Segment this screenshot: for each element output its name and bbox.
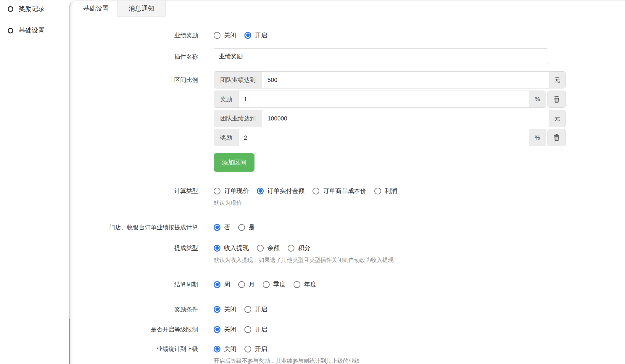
radio-option[interactable]: 开启 bbox=[244, 345, 267, 353]
circle-icon bbox=[8, 6, 13, 12]
radio-checked-icon[interactable] bbox=[214, 306, 220, 313]
interval-reward-input[interactable] bbox=[239, 91, 529, 107]
interval-prefix-label: 奖励 bbox=[214, 91, 239, 107]
radio-checked-icon[interactable] bbox=[214, 326, 220, 333]
interval-prefix-label: 团队业绩达到 bbox=[214, 110, 262, 127]
radio-checked-icon[interactable] bbox=[244, 32, 251, 39]
radio-option[interactable]: 季度 bbox=[263, 280, 286, 289]
radio-option[interactable]: 是 bbox=[238, 223, 255, 231]
field-label: 奖励条件 bbox=[70, 305, 198, 314]
radio-option[interactable]: 订单实付金额 bbox=[257, 187, 305, 195]
tab-message-notice[interactable]: 消息通知 bbox=[117, 1, 166, 17]
performance-reward-radio-group: 关闭开启 bbox=[214, 31, 267, 40]
radio-option-label: 关闭 bbox=[224, 31, 236, 39]
radio-option-label: 否 bbox=[224, 223, 230, 231]
helper-text: 默认为收入提现，如果选了其他类型且类型插件关闭则自动改为收入提现 bbox=[214, 257, 394, 264]
radio-unchecked-icon[interactable] bbox=[294, 281, 300, 288]
interval-threshold-input[interactable] bbox=[262, 110, 549, 127]
radio-option-label: 开启 bbox=[255, 345, 267, 353]
interval-reward-input[interactable] bbox=[239, 129, 529, 146]
add-interval-button[interactable]: 添加区间 bbox=[214, 153, 254, 172]
radio-unchecked-icon[interactable] bbox=[244, 326, 251, 333]
radio-checked-icon[interactable] bbox=[214, 281, 220, 288]
row-performance-reward: 业绩奖励 关闭开启 bbox=[70, 31, 625, 40]
radio-option-label: 订单现价 bbox=[224, 187, 249, 195]
delete-interval-button[interactable] bbox=[547, 91, 566, 108]
main-panel: 基础设置 消息通知 业绩奖励 关闭开启 插件名称 bbox=[69, 0, 625, 364]
interval-row: 团队业绩达到 元 bbox=[214, 110, 566, 127]
radio-unchecked-icon[interactable] bbox=[238, 224, 245, 231]
radio-option[interactable]: 开启 bbox=[244, 31, 267, 39]
radio-option-label: 周 bbox=[224, 280, 230, 289]
sidebar-item-basic-settings[interactable]: 基础设置 bbox=[0, 24, 69, 37]
calc-type-radio-group: 订单现价订单实付金额订单商品成本价利润 bbox=[214, 186, 397, 195]
row-calc-type: 计算类型 订单现价订单实付金额订单商品成本价利润 默认为现价 bbox=[70, 186, 625, 207]
field-label: 结算周期 bbox=[70, 280, 198, 289]
row-stats-to-parent: 业绩统计到上级 关闭开启 开启后等级不参与奖励，其业绩参与则统计到其上级的业绩 bbox=[70, 344, 625, 364]
field-label: 业绩统计到上级 bbox=[70, 344, 198, 353]
reward-condition-radio-group: 关闭开启 bbox=[214, 305, 267, 314]
radio-option[interactable]: 余额 bbox=[257, 244, 280, 252]
row-store-commission: 门店、收银台订单业绩按提成计算 否是 bbox=[70, 223, 625, 232]
radio-option-label: 余额 bbox=[267, 244, 280, 252]
radio-option[interactable]: 关闭 bbox=[214, 345, 236, 353]
radio-unchecked-icon[interactable] bbox=[257, 245, 264, 252]
field-label: 提成类型 bbox=[70, 244, 198, 252]
level-limit-radio-group: 关闭开启 bbox=[214, 325, 267, 334]
field-label: 区间比例 bbox=[70, 71, 198, 84]
radio-option-label: 关闭 bbox=[224, 305, 236, 313]
radio-option[interactable]: 周 bbox=[214, 280, 230, 289]
circle-icon bbox=[8, 28, 13, 33]
settings-form: 业绩奖励 关闭开启 插件名称 区间比例 团队业绩达到 bbox=[70, 17, 625, 364]
radio-unchecked-icon[interactable] bbox=[244, 306, 251, 313]
radio-checked-icon[interactable] bbox=[214, 224, 220, 231]
radio-unchecked-icon[interactable] bbox=[214, 188, 220, 194]
store-commission-radio-group: 否是 bbox=[214, 223, 255, 232]
radio-unchecked-icon[interactable] bbox=[214, 32, 220, 39]
radio-unchecked-icon[interactable] bbox=[263, 281, 270, 288]
radio-option[interactable]: 开启 bbox=[244, 305, 267, 313]
radio-unchecked-icon[interactable] bbox=[238, 281, 245, 288]
radio-checked-icon[interactable] bbox=[257, 188, 264, 194]
radio-option-label: 积分 bbox=[298, 244, 310, 252]
radio-option[interactable]: 关闭 bbox=[214, 31, 236, 39]
radio-option[interactable]: 利润 bbox=[374, 187, 397, 195]
tab-label: 基础设置 bbox=[83, 4, 109, 13]
radio-option[interactable]: 否 bbox=[214, 223, 230, 231]
sidebar: 奖励记录 基础设置 bbox=[0, 0, 69, 364]
interval-unit-label: % bbox=[529, 91, 546, 107]
radio-option[interactable]: 关闭 bbox=[214, 305, 236, 313]
radio-checked-icon[interactable] bbox=[214, 245, 220, 252]
radio-option[interactable]: 年度 bbox=[294, 280, 316, 289]
interval-threshold-input[interactable] bbox=[262, 72, 549, 88]
scrollbar-thumb[interactable] bbox=[69, 319, 70, 364]
plugin-name-input[interactable] bbox=[214, 48, 548, 64]
radio-option[interactable]: 月 bbox=[238, 280, 255, 289]
field-label: 业绩奖励 bbox=[70, 31, 198, 40]
radio-option[interactable]: 开启 bbox=[244, 325, 267, 334]
radio-option[interactable]: 订单现价 bbox=[214, 187, 249, 195]
radio-option[interactable]: 收入提现 bbox=[214, 244, 249, 252]
radio-unchecked-icon[interactable] bbox=[374, 188, 381, 194]
tab-basic-settings[interactable]: 基础设置 bbox=[75, 1, 117, 17]
radio-unchecked-icon[interactable] bbox=[312, 188, 319, 194]
radio-unchecked-icon[interactable] bbox=[288, 245, 294, 252]
interval-row: 团队业绩达到 元 bbox=[214, 71, 566, 88]
delete-interval-button[interactable] bbox=[547, 129, 566, 146]
radio-checked-icon[interactable] bbox=[214, 346, 220, 352]
radio-unchecked-icon[interactable] bbox=[244, 346, 251, 352]
radio-option-label: 月 bbox=[249, 280, 255, 289]
trash-icon bbox=[552, 133, 561, 142]
row-commission-type: 提成类型 收入提现余额积分 默认为收入提现，如果选了其他类型且类型插件关闭则自动… bbox=[70, 244, 625, 264]
helper-text: 开启后等级不参与奖励，其业绩参与则统计到其上级的业绩 bbox=[214, 357, 360, 364]
radio-option[interactable]: 订单商品成本价 bbox=[312, 187, 366, 195]
interval-row: 奖励 % bbox=[214, 91, 566, 108]
field-label: 是否开启等级限制 bbox=[70, 325, 198, 334]
sidebar-item-label: 基础设置 bbox=[19, 26, 45, 35]
radio-option[interactable]: 关闭 bbox=[214, 325, 236, 334]
commission-type-radio-group: 收入提现余额积分 bbox=[214, 244, 394, 252]
interval-unit-label: % bbox=[529, 129, 546, 146]
field-label: 门店、收银台订单业绩按提成计算 bbox=[70, 223, 198, 232]
sidebar-item-reward-records[interactable]: 奖励记录 bbox=[0, 2, 69, 15]
radio-option[interactable]: 积分 bbox=[288, 244, 310, 252]
